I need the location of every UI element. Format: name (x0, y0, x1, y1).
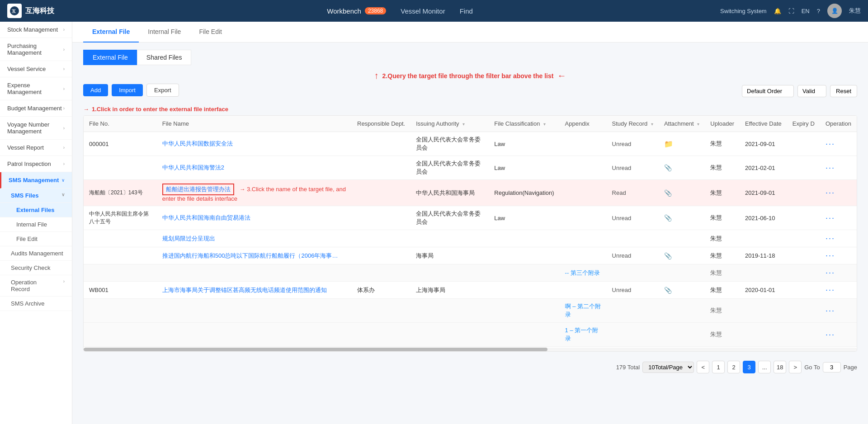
sidebar-item-vessel-report[interactable]: Vessel Report › (0, 140, 72, 156)
file-link[interactable]: 船舶进出港报告管理办法 (166, 186, 231, 193)
sub-tab-external-file[interactable]: External File (83, 50, 137, 65)
sidebar-item-sms[interactable]: SMS Management ∨ (0, 172, 72, 188)
add-button[interactable]: Add (83, 84, 108, 96)
next-page-button[interactable]: > (789, 361, 802, 373)
horizontal-scrollbar[interactable] (84, 348, 857, 351)
page-2-button[interactable]: 2 (727, 361, 740, 373)
filter-order-select[interactable]: Default Order (742, 85, 794, 97)
tab-file-edit[interactable]: File Edit (190, 22, 231, 42)
page-18-button[interactable]: 18 (774, 361, 786, 373)
cell-issuing: 上海海事局 (410, 282, 489, 299)
col-study[interactable]: Study Record ▾ (607, 116, 659, 132)
arrow-expense: › (63, 86, 65, 91)
sidebar-label-security-check: Security Check (11, 264, 50, 271)
sidebar-item-audits[interactable]: Audits Management (0, 246, 72, 261)
per-page-select[interactable]: 10Total/Page (642, 362, 694, 373)
filter-valid-select[interactable]: Valid (797, 85, 826, 97)
file-link[interactable]: 上海市海事局关于调整锚区甚高频无线电话频道使用范围的通知 (162, 287, 327, 293)
sidebar-item-patrol[interactable]: Patrol Inspection › (0, 156, 72, 172)
scroll-thumb[interactable] (84, 348, 547, 351)
notification-icon[interactable]: 🔔 (774, 8, 781, 14)
cell-file-no (84, 247, 157, 264)
sidebar-item-security-check[interactable]: Security Check (0, 261, 72, 275)
cell-dept (352, 206, 410, 230)
cell-issuing: 中华人民共和国海事局 (410, 180, 489, 206)
sidebar-item-vessel-service[interactable]: Vessel Service › (0, 61, 72, 77)
export-button[interactable]: Export (146, 84, 179, 97)
cell-expiry-sub (787, 299, 820, 323)
cell-study: Unread (607, 206, 659, 230)
cell-file-no: 000001 (84, 132, 157, 156)
sidebar-item-file-edit[interactable]: File Edit (0, 232, 72, 246)
cell-appendix (560, 282, 607, 299)
sidebar-item-operation-record[interactable]: OperationRecord › (0, 275, 72, 297)
file-link[interactable]: 中华人民共和国数据安全法 (162, 140, 233, 147)
sidebar-item-sms-archive[interactable]: SMS Archive (0, 297, 72, 311)
cell-uploader: 朱慧 (705, 156, 740, 180)
import-button[interactable]: Import (112, 84, 143, 96)
sidebar-item-sms-files[interactable]: SMS Files ∨ (0, 188, 72, 203)
more-button[interactable]: ··· (826, 251, 835, 260)
page-1-button[interactable]: 1 (712, 361, 725, 373)
cell-appendix (560, 206, 607, 230)
annotation-arrow-up: ↑ (374, 71, 379, 81)
avatar[interactable]: 👤 (827, 4, 842, 18)
attach-icon[interactable]: 📎 (664, 189, 672, 197)
col-attachment[interactable]: Attachment ▾ (659, 116, 705, 132)
col-issuing[interactable]: Issuing Authority ▾ (410, 116, 489, 132)
page-label: Page (844, 364, 857, 371)
reset-button[interactable]: Reset (830, 85, 857, 97)
tab-internal-file[interactable]: Internal File (139, 22, 190, 42)
attach-icon[interactable]: 📎 (664, 214, 672, 221)
cell-attachment: 📎 (659, 206, 705, 230)
sidebar-item-stock[interactable]: Stock Management › (0, 22, 72, 38)
more-button[interactable]: ··· (826, 234, 835, 243)
more-button[interactable]: ··· (826, 330, 835, 339)
tab-external-file[interactable]: External File (83, 22, 139, 42)
sidebar-item-budget[interactable]: Budget Management › (0, 100, 72, 117)
fullscreen-icon[interactable]: ⛶ (788, 8, 794, 14)
lang-switcher[interactable]: EN (802, 8, 810, 14)
goto-input[interactable] (823, 362, 841, 372)
table-row: 中华人民共和国海警法2 全国人民代表大会常务委员会 Law Unread 📎 朱… (84, 156, 857, 180)
nav-vessel-monitor[interactable]: Vessel Monitor (401, 7, 445, 15)
sub-tab-shared-files[interactable]: Shared Files (137, 50, 192, 65)
sidebar-label-vessel-service: Vessel Service (7, 66, 46, 72)
attach-icon[interactable]: 📎 (664, 287, 672, 294)
page-3-button[interactable]: 3 (743, 361, 755, 373)
more-button[interactable]: ··· (826, 268, 835, 277)
cell-dept (352, 180, 410, 206)
table-row: 中华人民共和国主席令第八十五号 中华人民共和国海南自由贸易港法 全国人民代表大会… (84, 206, 857, 230)
file-link[interactable]: 推进国内航行海船和500总吨以下国际航行船舶履行（2006年海事… (162, 252, 338, 259)
sidebar-item-purchasing[interactable]: PurchasingManagement › (0, 38, 72, 61)
pagination: 179 Total 10Total/Page < 1 2 3 ... 18 > … (83, 357, 857, 377)
folder-icon[interactable]: 📁 (664, 140, 673, 148)
nav-find[interactable]: Find (460, 7, 473, 15)
sidebar-label-internal-file: Internal File (16, 221, 47, 228)
nav-workbench[interactable]: Workbench 23868 (327, 7, 386, 15)
file-link[interactable]: 中华人民共和国海警法2 (162, 164, 224, 171)
step1-arrow: → (83, 106, 89, 113)
sidebar-item-expense[interactable]: ExpenseManagement › (0, 77, 72, 100)
prev-page-button[interactable]: < (697, 361, 709, 373)
more-button[interactable]: ··· (826, 306, 835, 315)
help-icon[interactable]: ? (817, 8, 820, 14)
sidebar-item-external-files[interactable]: External Files (0, 203, 72, 217)
more-button[interactable]: ··· (826, 163, 835, 172)
switching-system[interactable]: Switching System (720, 8, 767, 14)
layout: Stock Management › PurchasingManagement … (0, 22, 868, 424)
file-link[interactable]: 规划局限过分呈现出 (162, 235, 215, 242)
attach-icon[interactable]: 📎 (664, 164, 672, 171)
more-button[interactable]: ··· (826, 188, 835, 197)
cell-study (607, 230, 659, 247)
file-link[interactable]: 中华人民共和国海南自由贸易港法 (162, 214, 250, 221)
attach-icon[interactable]: 📎 (664, 252, 672, 259)
more-button[interactable]: ··· (826, 285, 835, 294)
col-classification[interactable]: File Classification ▾ (489, 116, 559, 132)
sidebar-label-vessel-report: Vessel Report (7, 144, 44, 151)
more-button[interactable]: ··· (826, 139, 835, 148)
sidebar-item-internal-file[interactable]: Internal File (0, 217, 72, 232)
more-button[interactable]: ··· (826, 213, 835, 222)
sidebar-item-voyage[interactable]: Voyage NumberManagement › (0, 117, 72, 140)
nav-right: Switching System 🔔 ⛶ EN ? 👤 朱慧 (720, 4, 861, 18)
